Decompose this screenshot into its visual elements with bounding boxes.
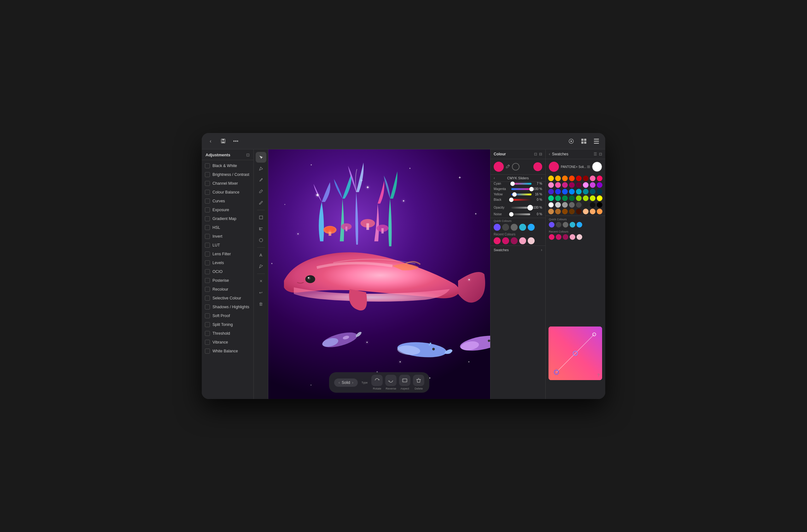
- swatch-cell[interactable]: [576, 209, 582, 214]
- tool-close[interactable]: ✕: [256, 276, 266, 286]
- quick-colour-4[interactable]: [519, 224, 526, 231]
- adj-checkbox-colour-balance[interactable]: [205, 190, 210, 195]
- adj-item-split-toning[interactable]: Split Toning: [202, 320, 254, 329]
- swatch-cell[interactable]: [583, 182, 588, 188]
- swatch-cell[interactable]: [583, 189, 588, 194]
- recent-colour-3[interactable]: [511, 237, 518, 244]
- view-toggle-2[interactable]: [579, 136, 589, 146]
- swatches-secondary-colour[interactable]: [592, 162, 602, 172]
- swatch-cell[interactable]: [569, 175, 575, 181]
- swatches-list-icon[interactable]: ☰: [594, 152, 597, 156]
- tool-paint[interactable]: [256, 261, 266, 272]
- tool-node[interactable]: [256, 163, 266, 174]
- swatch-cell[interactable]: [590, 182, 596, 188]
- adj-item-posterise[interactable]: Posterise: [202, 276, 254, 285]
- recent-colour-1[interactable]: [494, 237, 501, 244]
- swatches-recent-2[interactable]: [556, 234, 561, 240]
- opacity-track[interactable]: [511, 207, 530, 209]
- view-toggle-3[interactable]: [592, 136, 601, 146]
- adj-item-black-white[interactable]: Black & White: [202, 162, 254, 170]
- adj-checkbox-ocio[interactable]: [205, 269, 210, 274]
- yellow-thumb[interactable]: [512, 192, 517, 197]
- swatch-cell[interactable]: [548, 202, 554, 208]
- swatch-cell[interactable]: [569, 202, 575, 208]
- adj-item-ocio[interactable]: OCIO: [202, 267, 254, 276]
- swatch-cell[interactable]: [555, 189, 561, 194]
- swatch-cell[interactable]: [562, 175, 568, 181]
- slider-nav-right[interactable]: ›: [541, 176, 542, 180]
- black-thumb[interactable]: [509, 197, 513, 202]
- swatch-cell[interactable]: [590, 189, 596, 194]
- swatches-quick-5[interactable]: [577, 222, 582, 228]
- black-track[interactable]: [511, 199, 531, 201]
- adj-checkbox-gradient-map[interactable]: [205, 216, 210, 221]
- swatch-cell[interactable]: [576, 202, 582, 208]
- swatch-cell[interactable]: [562, 202, 568, 208]
- noise-track[interactable]: [511, 213, 530, 215]
- swatch-cell[interactable]: [597, 195, 602, 201]
- adj-item-exposure[interactable]: Exposure: [202, 206, 254, 214]
- adj-checkbox-black-white[interactable]: [205, 163, 210, 168]
- tool-text[interactable]: A: [256, 250, 266, 260]
- adj-checkbox-levels[interactable]: [205, 260, 210, 265]
- swatch-cell[interactable]: [555, 195, 561, 201]
- rotate-button[interactable]: Rotate: [371, 375, 383, 390]
- adj-item-soft-proof[interactable]: Soft Proof: [202, 311, 254, 320]
- swatch-cell[interactable]: [569, 209, 575, 214]
- swatches-recent-1[interactable]: [549, 234, 555, 240]
- swatch-cell[interactable]: [548, 175, 554, 181]
- swatch-cell[interactable]: [597, 182, 602, 188]
- adj-checkbox-channel-mixer[interactable]: [205, 181, 210, 186]
- adj-item-selective-colour[interactable]: Selective Colour: [202, 294, 254, 303]
- adj-checkbox-selective-colour[interactable]: [205, 296, 210, 301]
- tool-brush[interactable]: [256, 197, 266, 208]
- view-toggle-1[interactable]: [566, 136, 576, 146]
- swatch-cell[interactable]: [597, 202, 602, 208]
- swatch-cell[interactable]: [590, 209, 596, 214]
- quick-colour-3[interactable]: [511, 224, 518, 231]
- more-button[interactable]: •••: [231, 136, 241, 146]
- adj-item-lut[interactable]: LUT: [202, 241, 254, 250]
- swatches-quick-4[interactable]: [570, 222, 575, 228]
- delete-button[interactable]: Delete: [413, 375, 424, 390]
- adj-item-invert[interactable]: Invert: [202, 232, 254, 241]
- adj-checkbox-soft-proof[interactable]: [205, 313, 210, 318]
- swatch-cell[interactable]: [569, 195, 575, 201]
- swatches-quick-2[interactable]: [556, 222, 561, 228]
- aspect-button[interactable]: Aspect: [399, 375, 410, 390]
- adj-checkbox-exposure[interactable]: [205, 207, 210, 212]
- adj-item-white-balance[interactable]: White Balance: [202, 347, 254, 356]
- swatch-cell[interactable]: [555, 202, 561, 208]
- adj-item-curves[interactable]: Curves: [202, 197, 254, 206]
- swatch-cell[interactable]: [555, 175, 561, 181]
- swatch-cell[interactable]: [569, 189, 575, 194]
- swatch-cell[interactable]: [583, 209, 588, 214]
- magenta-track[interactable]: [511, 188, 531, 190]
- reverse-button[interactable]: Reverse: [385, 375, 397, 390]
- swatch-cell[interactable]: [583, 175, 588, 181]
- yellow-track[interactable]: [511, 193, 531, 195]
- tool-undo[interactable]: ↩: [256, 287, 266, 298]
- swatches-settings-icon[interactable]: ⊡: [599, 152, 602, 156]
- swatch-cell[interactable]: [576, 195, 582, 201]
- quick-colour-2[interactable]: [502, 224, 509, 231]
- adjustments-settings-icon[interactable]: ⊡: [246, 153, 250, 157]
- swatch-cell[interactable]: [555, 182, 561, 188]
- adj-item-shadows-highlights[interactable]: Shadows / Highlights: [202, 303, 254, 311]
- adj-item-threshold[interactable]: Threshold: [202, 329, 254, 338]
- swatches-recent-5[interactable]: [577, 234, 582, 240]
- swatch-cell[interactable]: [590, 202, 596, 208]
- secondary-colour-swatch[interactable]: [512, 163, 520, 171]
- swatch-cell[interactable]: [597, 209, 602, 214]
- swatch-cell[interactable]: [597, 189, 602, 194]
- recent-colour-2[interactable]: [502, 237, 509, 244]
- swatches-primary-colour[interactable]: [549, 162, 559, 172]
- swatch-cell[interactable]: [583, 195, 588, 201]
- swatch-cell[interactable]: [576, 182, 582, 188]
- swatches-quick-3[interactable]: [563, 222, 568, 228]
- slider-nav-left[interactable]: ‹: [494, 176, 495, 180]
- swatch-cell[interactable]: [562, 189, 568, 194]
- adj-checkbox-invert[interactable]: [205, 234, 210, 239]
- adj-checkbox-lut[interactable]: [205, 243, 210, 248]
- noise-thumb[interactable]: [509, 212, 513, 216]
